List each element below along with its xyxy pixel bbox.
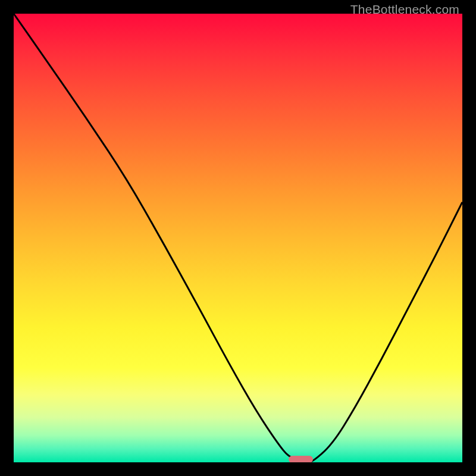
chart-frame: TheBottleneck.com <box>0 0 476 476</box>
plot-area <box>14 14 462 462</box>
bottleneck-chart <box>14 14 462 462</box>
bottleneck-curve <box>14 14 462 462</box>
optimal-marker <box>289 456 314 462</box>
